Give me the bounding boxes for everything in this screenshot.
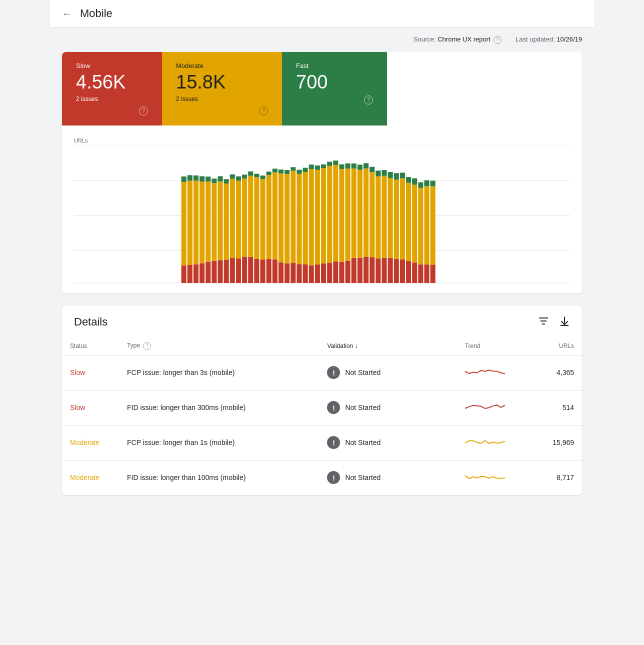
fast-help-icon[interactable]: ? <box>364 96 373 104</box>
svg-rect-98 <box>358 164 362 170</box>
svg-rect-132 <box>430 264 436 283</box>
svg-rect-75 <box>315 264 320 282</box>
svg-rect-45 <box>254 258 259 282</box>
svg-rect-121 <box>406 182 411 261</box>
svg-rect-14 <box>188 175 192 180</box>
svg-rect-30 <box>224 260 229 283</box>
svg-rect-89 <box>339 164 344 168</box>
svg-rect-20 <box>200 176 204 182</box>
svg-rect-57 <box>278 262 284 283</box>
validation-label: Not Started <box>345 474 380 482</box>
svg-rect-97 <box>358 170 362 258</box>
validation-label: Not Started <box>345 438 380 446</box>
svg-rect-38 <box>236 176 241 180</box>
svg-rect-70 <box>303 172 308 264</box>
svg-rect-90 <box>346 260 350 282</box>
moderate-help-icon[interactable]: ? <box>259 106 268 116</box>
svg-rect-19 <box>200 182 204 263</box>
svg-rect-58 <box>278 173 284 262</box>
not-started-icon: ! <box>327 471 340 484</box>
svg-rect-68 <box>296 170 302 174</box>
col-header-validation[interactable]: Validation ↓ <box>319 337 456 356</box>
svg-rect-126 <box>418 264 423 282</box>
type-cell: FID issue: longer than 300ms (mobile) <box>119 390 319 425</box>
type-cell: FID issue: longer than 100ms (mobile) <box>119 460 319 495</box>
moderate-issues: 2 issues <box>176 96 268 102</box>
trend-sparkline <box>465 364 505 380</box>
svg-rect-35 <box>230 174 235 178</box>
source-help-icon[interactable]: ? <box>494 36 502 44</box>
svg-rect-18 <box>200 263 204 283</box>
svg-rect-123 <box>412 262 417 283</box>
chart-y-label: URLs <box>74 138 570 144</box>
svg-rect-87 <box>339 262 344 282</box>
svg-rect-80 <box>321 164 326 168</box>
type-help-icon[interactable]: ? <box>143 342 151 350</box>
svg-rect-114 <box>394 258 399 282</box>
svg-rect-127 <box>418 188 423 264</box>
urls-cell: 15,969 <box>532 425 582 460</box>
svg-rect-55 <box>272 172 278 259</box>
table-row: ModerateFCP issue: longer than 1s (mobil… <box>62 425 582 460</box>
svg-rect-81 <box>327 262 332 283</box>
svg-rect-50 <box>260 176 266 179</box>
table-row: SlowFCP issue: longer than 3s (mobile)!N… <box>62 355 582 390</box>
source-prefix: Source: <box>414 36 436 43</box>
moderate-value: 15.8K <box>176 72 268 92</box>
col-header-status: Status <box>62 337 119 356</box>
svg-rect-93 <box>352 258 356 282</box>
svg-rect-32 <box>224 179 229 184</box>
svg-rect-112 <box>388 178 393 258</box>
svg-rect-79 <box>321 168 326 264</box>
svg-rect-102 <box>370 257 374 283</box>
svg-rect-29 <box>218 176 222 181</box>
svg-rect-84 <box>333 262 338 283</box>
svg-rect-85 <box>333 164 338 261</box>
svg-rect-43 <box>248 176 253 256</box>
trend-sparkline <box>465 434 505 450</box>
validation-cell: !Not Started <box>319 460 456 495</box>
svg-rect-131 <box>424 180 429 186</box>
svg-rect-13 <box>188 180 192 265</box>
svg-rect-82 <box>327 166 332 262</box>
validation-cell: !Not Started <box>319 390 456 425</box>
details-table: Status Type ? Validation ↓ Trend URLs Sl… <box>62 337 582 495</box>
svg-rect-91 <box>346 168 350 261</box>
slow-help-icon[interactable]: ? <box>139 106 148 116</box>
svg-rect-118 <box>400 178 405 259</box>
svg-rect-63 <box>290 262 296 283</box>
svg-rect-92 <box>346 163 350 168</box>
trend-sparkline <box>465 470 505 484</box>
svg-rect-53 <box>266 172 272 175</box>
col-header-type: Type ? <box>119 337 319 356</box>
svg-rect-36 <box>236 258 241 283</box>
svg-rect-67 <box>296 174 302 264</box>
svg-rect-16 <box>194 180 198 264</box>
svg-rect-54 <box>272 259 278 282</box>
download-button[interactable] <box>559 316 570 329</box>
svg-rect-86 <box>333 160 338 165</box>
svg-rect-100 <box>364 168 368 256</box>
svg-rect-107 <box>376 170 380 176</box>
svg-rect-28 <box>218 181 222 260</box>
svg-rect-21 <box>206 262 210 283</box>
svg-rect-62 <box>284 170 290 174</box>
svg-rect-47 <box>254 174 259 177</box>
svg-rect-61 <box>284 174 290 263</box>
svg-rect-95 <box>352 163 356 168</box>
filter-button[interactable] <box>538 316 549 328</box>
back-button[interactable]: ← <box>62 8 72 20</box>
summary-tiles: Slow 4.56K 2 issues ? Moderate 15.8K 2 i… <box>62 52 582 126</box>
validation-cell: !Not Started <box>319 425 456 460</box>
svg-rect-37 <box>236 180 241 258</box>
last-updated-label: Last updated: 10/26/19 <box>516 36 582 43</box>
svg-rect-115 <box>394 180 399 258</box>
svg-rect-69 <box>303 264 308 283</box>
svg-rect-109 <box>382 176 386 258</box>
svg-rect-52 <box>266 175 272 259</box>
svg-rect-34 <box>230 178 235 258</box>
svg-rect-105 <box>376 258 380 283</box>
validation-label: Not Started <box>345 368 380 376</box>
svg-rect-42 <box>248 256 253 283</box>
svg-rect-48 <box>260 260 266 283</box>
